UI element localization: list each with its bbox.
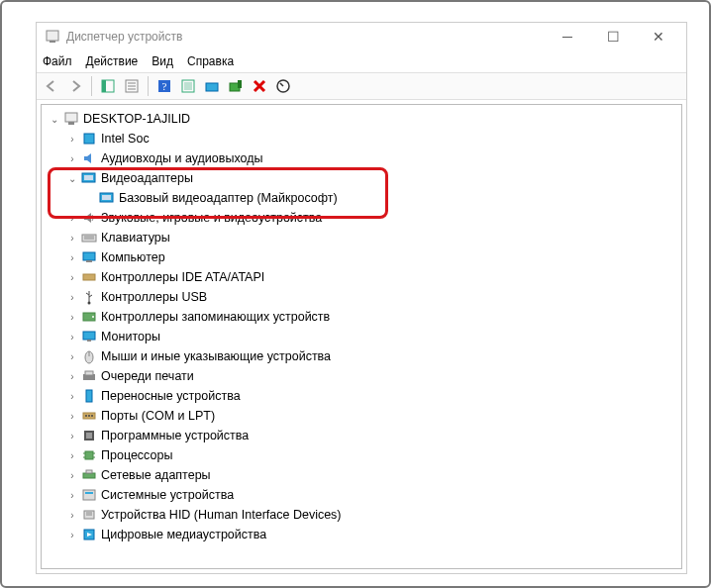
svg-rect-1: [50, 41, 55, 43]
usb-icon: [81, 289, 97, 305]
expand-icon[interactable]: ›: [65, 153, 79, 164]
expand-icon[interactable]: ›: [65, 530, 79, 540]
tree-label: Контроллеры запоминающих устройств: [101, 310, 330, 324]
cpu-icon: [81, 447, 97, 463]
tree-item-software-devices[interactable]: › Программные устройства: [48, 426, 675, 445]
tree-item-usb[interactable]: › Контроллеры USB: [48, 287, 675, 307]
enable-button[interactable]: [272, 75, 294, 97]
printer-icon: [81, 368, 97, 384]
expand-icon[interactable]: ›: [65, 431, 79, 441]
menubar: Файл Действие Вид Справка: [37, 50, 686, 72]
system-icon: [81, 487, 97, 503]
tree-label: Очереди печати: [101, 369, 194, 383]
help-button[interactable]: ?: [153, 75, 175, 97]
tree-label: Intel Soc: [101, 132, 150, 146]
ide-icon: [81, 269, 97, 285]
expand-icon[interactable]: ›: [65, 391, 79, 402]
tree-label: Процессоры: [101, 448, 172, 462]
tree-item-portable[interactable]: › Переносные устройства: [48, 386, 675, 406]
expand-icon[interactable]: ›: [65, 233, 79, 244]
minimize-button[interactable]: ─: [554, 29, 581, 45]
svg-rect-40: [86, 390, 92, 402]
svg-rect-52: [83, 473, 95, 478]
tree-root[interactable]: ⌄ DESKTOP-1AJILID: [48, 109, 675, 129]
collapse-icon[interactable]: ⌄: [48, 114, 61, 125]
expand-icon[interactable]: ›: [65, 411, 79, 422]
close-button[interactable]: ✕: [645, 29, 672, 45]
uninstall-button[interactable]: [225, 75, 247, 97]
show-hide-tree-button[interactable]: [97, 75, 119, 97]
svg-rect-20: [84, 134, 94, 144]
tree-item-hid[interactable]: › Устройства HID (Human Interface Device…: [48, 505, 675, 525]
expand-icon[interactable]: ›: [65, 510, 79, 521]
svg-rect-28: [83, 252, 95, 260]
tree-label: Контроллеры IDE ATA/ATAPI: [101, 270, 264, 284]
expand-icon[interactable]: ›: [65, 252, 79, 263]
tree-item-keyboards[interactable]: › Клавиатуры: [48, 228, 675, 247]
tree-item-audio[interactable]: › Аудиовходы и аудиовыходы: [48, 148, 675, 168]
menu-view[interactable]: Вид: [152, 54, 173, 68]
tree-label: Устройства HID (Human Interface Devices): [101, 508, 342, 522]
audio-icon: [81, 150, 97, 166]
expand-icon[interactable]: ›: [65, 490, 79, 501]
tree-item-basic-display[interactable]: › Базовый видеоадаптер (Майкрософт): [48, 188, 675, 208]
svg-rect-22: [84, 175, 93, 180]
keyboard-icon: [81, 230, 97, 245]
svg-point-43: [88, 415, 90, 417]
svg-rect-35: [87, 340, 91, 342]
scan-button[interactable]: [177, 75, 199, 97]
expand-icon[interactable]: ›: [65, 312, 79, 323]
tree-item-mice[interactable]: › Мыши и иные указывающие устройства: [48, 346, 675, 366]
properties-button[interactable]: [121, 75, 143, 97]
expand-icon[interactable]: ›: [65, 292, 79, 303]
tree-label: Контроллеры USB: [101, 290, 207, 304]
tree-item-storage-controllers[interactable]: › Контроллеры запоминающих устройств: [48, 307, 675, 327]
tree-item-digital-media[interactable]: › Цифровые медиаустройства: [48, 525, 675, 544]
svg-rect-12: [206, 83, 218, 91]
hid-icon: [81, 507, 97, 523]
expand-icon[interactable]: ›: [65, 213, 79, 224]
forward-button[interactable]: [64, 75, 86, 97]
tree-item-intel-soc[interactable]: › Intel Soc: [48, 129, 675, 148]
device-tree[interactable]: ⌄ DESKTOP-1AJILID › Intel Soc › Аудиовхо…: [41, 104, 682, 569]
svg-rect-34: [83, 332, 95, 340]
tree-label: Сетевые адаптеры: [101, 468, 211, 482]
back-button[interactable]: [41, 75, 62, 97]
tree-item-computer[interactable]: › Компьютер: [48, 247, 675, 267]
toolbar: ?: [37, 72, 686, 100]
svg-rect-14: [238, 80, 242, 88]
expand-icon[interactable]: ›: [65, 450, 79, 461]
svg-rect-30: [83, 274, 95, 280]
tree-label: Программные устройства: [101, 429, 249, 442]
menu-help[interactable]: Справка: [187, 54, 234, 68]
expand-icon[interactable]: ›: [65, 272, 79, 283]
disable-button[interactable]: [249, 75, 270, 97]
svg-rect-18: [65, 113, 77, 122]
update-driver-button[interactable]: [201, 75, 223, 97]
device-manager-window: Диспетчер устройств ─ ☐ ✕ Файл Действие …: [36, 22, 687, 574]
tree-item-processors[interactable]: › Процессоры: [48, 445, 675, 465]
tree-item-network[interactable]: › Сетевые адаптеры: [48, 465, 675, 485]
menu-file[interactable]: Файл: [43, 54, 72, 68]
toolbar-sep: [91, 76, 92, 96]
expand-icon[interactable]: ›: [65, 371, 79, 382]
menu-action[interactable]: Действие: [86, 54, 139, 68]
tree-item-ports[interactable]: › Порты (COM и LPT): [48, 406, 675, 426]
svg-rect-39: [85, 371, 93, 375]
collapse-icon[interactable]: ⌄: [65, 173, 79, 184]
window-title: Диспетчер устройств: [66, 30, 554, 44]
tree-item-ide[interactable]: › Контроллеры IDE ATA/ATAPI: [48, 267, 675, 287]
expand-icon[interactable]: ›: [65, 134, 79, 145]
expand-icon[interactable]: ›: [65, 351, 79, 362]
tree-item-sound[interactable]: › Звуковые, игровые и видеоустройства: [48, 208, 675, 228]
expand-icon[interactable]: ›: [65, 332, 79, 343]
tree-item-monitors[interactable]: › Мониторы: [48, 327, 675, 346]
expand-icon[interactable]: ›: [65, 470, 79, 481]
tree-item-system[interactable]: › Системные устройства: [48, 485, 675, 505]
tree-item-print-queues[interactable]: › Очереди печати: [48, 366, 675, 386]
svg-rect-19: [68, 122, 74, 125]
svg-rect-47: [85, 451, 93, 459]
svg-point-31: [88, 302, 91, 305]
maximize-button[interactable]: ☐: [599, 29, 627, 45]
tree-item-video-adapters[interactable]: ⌄ Видеоадаптеры: [48, 168, 675, 188]
